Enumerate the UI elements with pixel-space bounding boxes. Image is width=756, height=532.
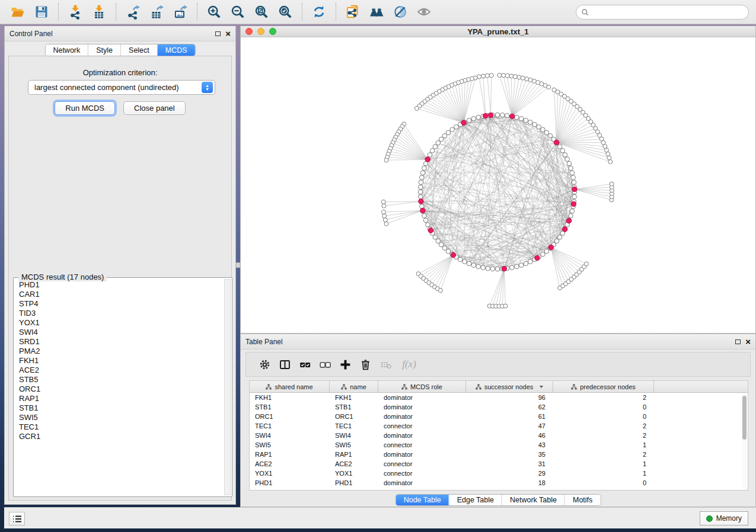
column-header-name[interactable]: name (330, 381, 378, 392)
close-panel-icon[interactable]: × (745, 339, 751, 345)
mcds-result-list[interactable]: PHD1CAR1STP4TID3YOX1SWI4SRD1PMA2FKH1ACE2… (16, 280, 224, 494)
birds-eye-button[interactable] (413, 2, 435, 22)
memory-button[interactable]: Memory (700, 511, 748, 525)
cell-name: ORC1 (330, 413, 378, 420)
cell-predecessor-nodes: 0 (553, 413, 654, 420)
table-row[interactable]: SWI4SWI4dominator462 (250, 431, 748, 440)
mcds-result-item[interactable]: STB1 (16, 403, 224, 413)
deselect-all-button[interactable] (315, 355, 335, 374)
float-panel-icon[interactable] (735, 339, 741, 344)
table-row[interactable]: RAP1RAP1dominator352 (250, 450, 748, 459)
cell-predecessor-nodes: 2 (553, 432, 654, 439)
task-history-button[interactable] (9, 512, 25, 525)
table-scrollbar-thumb[interactable] (742, 396, 747, 440)
float-panel-icon[interactable] (215, 31, 221, 36)
graphics-details-icon (393, 4, 408, 20)
node-table-header: shared namenameMCDS rolesuccessor nodesp… (250, 381, 748, 393)
add-row-icon (339, 358, 352, 371)
tab-mcds[interactable]: MCDS (158, 44, 195, 56)
tab-edge-table[interactable]: Edge Table (449, 495, 502, 505)
zoom-fit-button[interactable] (251, 2, 272, 22)
mcds-result-item[interactable]: STP4 (16, 299, 224, 309)
mcds-result-item[interactable]: TEC1 (16, 422, 224, 432)
tab-network[interactable]: Network (45, 44, 88, 56)
select-all-button[interactable] (295, 355, 315, 374)
search-network-button[interactable] (366, 2, 387, 22)
refresh-button[interactable] (308, 2, 330, 22)
zoom-selected-button[interactable] (275, 2, 296, 22)
import-table-button[interactable] (88, 2, 110, 22)
status-bar: Memory (4, 507, 756, 528)
open-session-button[interactable] (7, 2, 28, 22)
tab-network-table[interactable]: Network Table (502, 495, 565, 505)
column-header-successor-nodes[interactable]: successor nodes (466, 381, 553, 392)
column-label: predecessor nodes (580, 383, 636, 390)
export-image-icon (173, 4, 188, 20)
show-columns-button[interactable] (275, 355, 295, 374)
export-table-button[interactable] (146, 2, 167, 22)
mcds-result-item[interactable]: CAR1 (16, 290, 224, 299)
mcds-result-item[interactable]: SRD1 (16, 337, 224, 347)
import-network-button[interactable] (65, 2, 86, 22)
close-panel-button[interactable]: Close panel (123, 101, 186, 115)
table-row[interactable]: SWI5SWI5connector431 (250, 440, 748, 450)
cell-successor-nodes: 29 (466, 470, 553, 477)
vertical-splitter-handle[interactable] (236, 262, 240, 268)
cell-predecessor-nodes: 0 (553, 479, 654, 486)
column-settings-button[interactable] (254, 355, 275, 374)
table-panel-title: Table Panel (245, 338, 283, 346)
run-mcds-button[interactable]: Run MCDS (55, 101, 115, 115)
cell-successor-nodes: 47 (466, 422, 553, 430)
zoom-in-button[interactable] (203, 2, 225, 22)
mcds-result-item[interactable]: YOX1 (16, 318, 224, 328)
mcds-result-item[interactable]: RAP1 (16, 394, 224, 403)
mcds-result-item[interactable]: SWI4 (16, 328, 224, 337)
tab-node-table[interactable]: Node Table (396, 495, 449, 505)
delete-row-button[interactable] (355, 355, 375, 374)
add-row-button[interactable] (335, 355, 355, 374)
mcds-result-item[interactable]: TID3 (16, 309, 224, 318)
share-document-button[interactable] (342, 2, 363, 22)
mcds-result-item[interactable]: STB5 (16, 375, 224, 384)
table-row[interactable]: YOX1YOX1connector291 (250, 469, 748, 478)
cell-successor-nodes: 18 (466, 479, 553, 486)
table-row[interactable]: STB1STB1dominator620 (250, 402, 748, 412)
save-session-button[interactable] (31, 2, 52, 22)
column-header-MCDS-role[interactable]: MCDS role (378, 381, 466, 392)
table-row[interactable]: ACE2ACE2connector311 (250, 459, 748, 469)
cell-shared-name: TEC1 (250, 422, 330, 430)
mcds-result-item[interactable]: FKH1 (16, 356, 224, 366)
node-table-body: FKH1FKH1dominator962STB1STB1dominator620… (250, 393, 748, 488)
mcds-list-scrollbar[interactable] (224, 279, 231, 495)
table-row[interactable]: TEC1TEC1connector472 (250, 421, 748, 431)
export-network-button[interactable] (122, 2, 143, 22)
chevron-updown-icon: ▲▼ (202, 82, 213, 93)
mcds-result-item[interactable]: ORC1 (16, 384, 224, 394)
function-builder-button: f(x) (395, 355, 423, 374)
table-row[interactable]: PHD1PHD1dominator180 (250, 478, 748, 488)
tab-style[interactable]: Style (88, 44, 121, 56)
tab-motifs[interactable]: Motifs (565, 495, 600, 505)
network-canvas[interactable] (241, 37, 755, 332)
table-row[interactable]: FKH1FKH1dominator962 (250, 393, 748, 402)
tab-select[interactable]: Select (121, 44, 158, 56)
mcds-result-item[interactable]: PHD1 (16, 280, 224, 290)
mcds-result-item[interactable]: GCR1 (16, 432, 224, 441)
mcds-result-item[interactable]: SWI5 (16, 413, 224, 422)
mcds-result-item[interactable]: PMA2 (16, 347, 224, 356)
column-header-shared-name[interactable]: shared name (250, 381, 330, 392)
column-header-predecessor-nodes[interactable]: predecessor nodes (553, 381, 654, 392)
zoom-out-button[interactable] (227, 2, 248, 22)
graphics-details-button[interactable] (390, 2, 411, 22)
table-row[interactable]: ORC1ORC1dominator610 (250, 412, 748, 421)
cell-shared-name: STB1 (250, 403, 330, 411)
import-table-icon (91, 4, 107, 20)
cell-successor-nodes: 35 (466, 451, 553, 458)
table-scrollbar[interactable] (742, 393, 747, 489)
mcds-result-item[interactable]: ACE2 (16, 366, 224, 375)
close-panel-icon[interactable]: × (225, 31, 231, 37)
criterion-select[interactable]: largest connected component (undirected)… (28, 80, 215, 95)
search-input[interactable] (589, 7, 748, 18)
search-box[interactable] (576, 5, 749, 20)
export-image-button[interactable] (170, 2, 191, 22)
